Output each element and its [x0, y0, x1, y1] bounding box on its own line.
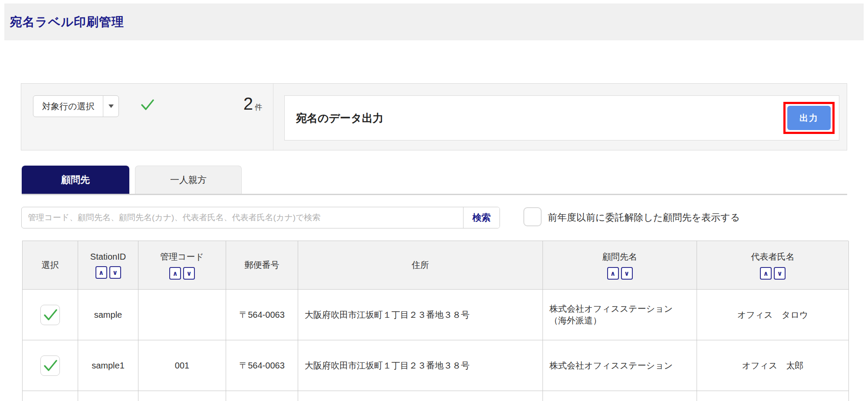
row-checkbox[interactable] [40, 305, 60, 325]
page-header: 宛名ラベル印刷管理 [4, 3, 864, 40]
page: { "page_title": "宛名ラベル印刷管理", "colors": {… [0, 0, 868, 401]
column-header-admin_code: 管理コード∧∨ [138, 241, 226, 290]
sort-desc-button[interactable]: ∨ [183, 267, 195, 280]
sort-controls: ∧∨ [169, 267, 195, 280]
selection-check-icon [140, 98, 155, 111]
sort-asc-button[interactable]: ∧ [760, 267, 772, 280]
table-row [23, 391, 848, 401]
row-checkbox[interactable] [40, 355, 60, 376]
tab-bar: 顧問先一人親方 [22, 166, 847, 195]
cell-client_name: 株式会社オフィスステーション [543, 340, 697, 391]
cell-admin_code [138, 391, 226, 401]
cell-representative: オフィス 太郎 [697, 340, 849, 391]
export-panel-title: 宛名のデータ出力 [296, 111, 384, 125]
sort-desc-button[interactable]: ∨ [621, 267, 633, 280]
cell-representative [697, 391, 849, 401]
column-label: 管理コード [160, 251, 204, 263]
cell-client_name: 株式会社オフィスステーション（海外派遣） [543, 290, 697, 340]
column-label: 郵便番号 [245, 259, 279, 271]
table-row: sample1001〒564-0063大阪府吹田市江坂町１丁目２３番地３８号株式… [23, 340, 848, 391]
column-header-address: 住所 [298, 241, 543, 290]
cell-representative: オフィス タロウ [697, 290, 849, 340]
column-header-station_id: StationID∧∨ [78, 241, 138, 290]
search-input[interactable] [22, 207, 463, 228]
chevron-down-icon [108, 104, 114, 108]
cell-admin_code [138, 290, 226, 340]
cell-address: 大阪府吹田市江坂町１丁目２３番地３８号 [298, 290, 543, 340]
panel-divider [273, 84, 273, 150]
search-group: 検索 [21, 207, 500, 228]
page-title: 宛名ラベル印刷管理 [10, 14, 124, 30]
cell-station_id: sample1 [78, 340, 138, 391]
column-label: 住所 [412, 259, 429, 271]
show-released-clients-checkbox[interactable] [523, 207, 542, 226]
cell-postal_code: 〒564-0063 [226, 290, 298, 340]
cell-postal_code: 〒564-0063 [226, 340, 298, 391]
column-label: 顧問先名 [602, 251, 637, 263]
sort-controls: ∧∨ [760, 267, 786, 280]
export-panel: 宛名のデータ出力 出力 [284, 95, 839, 140]
sort-asc-button[interactable]: ∧ [607, 267, 619, 280]
row-select-dropdown[interactable]: 対象行の選択 [33, 95, 119, 117]
row-select-label: 対象行の選択 [33, 96, 103, 117]
sort-controls: ∧∨ [607, 267, 633, 280]
row-select-caret-button[interactable] [103, 96, 118, 117]
show-released-clients-label: 前年度以前に委託解除した顧問先を表示する [548, 207, 740, 228]
clients-table: 選択StationID∧∨管理コード∧∨郵便番号住所顧問先名∧∨代表者氏名∧∨s… [22, 241, 848, 401]
cell-select [23, 391, 78, 401]
tab-顧問先[interactable]: 顧問先 [22, 166, 129, 194]
action-panel: 対象行の選択 2件 宛名のデータ出力 出力 [21, 83, 847, 150]
sort-asc-button[interactable]: ∧ [169, 267, 181, 280]
column-header-representative: 代表者氏名∧∨ [697, 241, 849, 290]
cell-select [23, 290, 78, 340]
sort-asc-button[interactable]: ∧ [95, 266, 107, 279]
search-button[interactable]: 検索 [463, 207, 500, 228]
selected-count-value: 2 [243, 94, 253, 113]
cell-address [298, 391, 543, 401]
cell-client_name [543, 391, 697, 401]
cell-station_id: sample [78, 290, 138, 340]
export-button[interactable]: 出力 [787, 106, 831, 130]
selected-count-unit: 件 [255, 103, 262, 111]
table-row: sample〒564-0063大阪府吹田市江坂町１丁目２３番地３８号株式会社オフ… [23, 290, 848, 340]
column-label: 代表者氏名 [751, 251, 795, 263]
sort-desc-button[interactable]: ∨ [774, 267, 786, 280]
selected-count: 2件 [186, 94, 262, 114]
table-header-row: 選択StationID∧∨管理コード∧∨郵便番号住所顧問先名∧∨代表者氏名∧∨ [23, 241, 848, 290]
cell-postal_code [226, 391, 298, 401]
cell-admin_code: 001 [138, 340, 226, 391]
sort-controls: ∧∨ [95, 266, 121, 279]
column-label: 選択 [42, 259, 59, 271]
export-button-highlight: 出力 [783, 102, 835, 134]
column-header-postal_code: 郵便番号 [226, 241, 298, 290]
tab-一人親方[interactable]: 一人親方 [135, 166, 242, 194]
column-header-checkbox: 選択 [23, 241, 78, 290]
cell-station_id [78, 391, 138, 401]
column-label: StationID [90, 252, 126, 262]
cell-select [23, 340, 78, 391]
sort-desc-button[interactable]: ∨ [109, 266, 121, 279]
column-header-client_name: 顧問先名∧∨ [543, 241, 697, 290]
cell-address: 大阪府吹田市江坂町１丁目２３番地３８号 [298, 340, 543, 391]
